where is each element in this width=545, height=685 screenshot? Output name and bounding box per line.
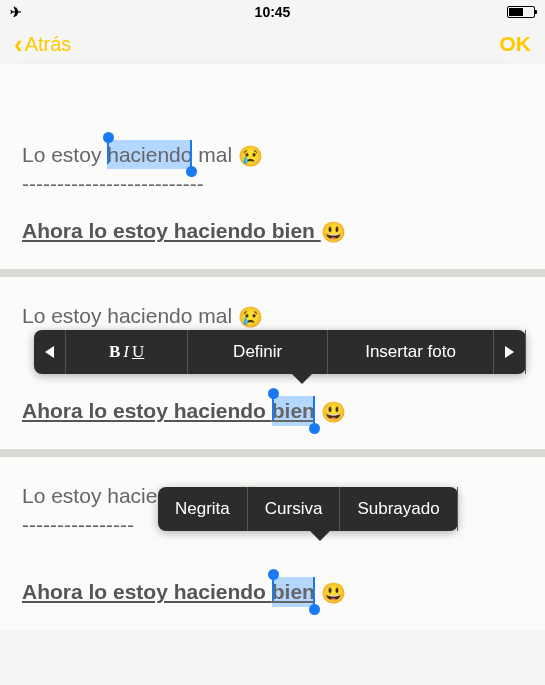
panel-1: Lo estoy haciendo mal 😢 ----------------… [0,64,545,269]
back-button[interactable]: ‹ Atrás [14,31,71,57]
panel-2: Lo estoy haciendo mal 😢 B I U Definir In… [0,277,545,449]
text-line-good[interactable]: Ahora lo estoy haciendo bien 😃 [22,396,523,426]
text-selection[interactable]: bien [272,577,315,606]
text-prefix: Lo estoy [22,143,107,166]
text-good-full: Ahora lo estoy haciendo bien [22,219,321,242]
biu-italic-icon: I [123,342,129,362]
context-menu-format: B I U Definir Insertar foto [34,330,526,374]
ok-button[interactable]: OK [500,32,532,56]
menu-prev-icon[interactable] [34,330,66,374]
back-label: Atrás [25,33,72,56]
battery-icon [507,6,535,18]
status-bar: ✈ 10:45 [0,0,545,24]
status-time: 10:45 [255,4,291,20]
text-bad-full: Lo estoy haciendo mal [22,304,238,327]
text-selection[interactable]: haciendo [107,140,192,169]
section-divider [0,269,545,277]
text-selection[interactable]: bien [272,396,315,425]
menu-next-icon[interactable] [494,330,526,374]
airplane-mode-icon: ✈ [10,4,22,20]
dashes-separator: -------------------------- [22,172,523,196]
crying-emoji-icon: 😢 [238,306,263,328]
selection-handle-end[interactable] [309,423,320,434]
status-left: ✈ [10,4,70,20]
text-good-prefix: Ahora lo estoy haciendo [22,580,272,603]
selection-handle-start[interactable] [268,388,279,399]
text-suffix: mal [192,143,238,166]
biu-bold-icon: B [109,342,120,362]
menu-insert-photo[interactable]: Insertar foto [328,330,494,374]
biu-underline-icon: U [132,342,144,362]
menu-define[interactable]: Definir [188,330,328,374]
menu-bold[interactable]: Negrita [158,487,248,531]
selection-handle-end[interactable] [309,604,320,615]
smile-emoji-icon: 😃 [321,583,346,605]
nav-bar: ‹ Atrás OK [0,24,545,64]
menu-biu[interactable]: B I U [66,330,188,374]
crying-emoji-icon: 😢 [238,145,263,167]
chevron-left-icon: ‹ [14,31,23,57]
text-good-prefix: Ahora lo estoy haciendo [22,399,272,422]
menu-underline[interactable]: Subrayado [340,487,457,531]
panel-3: Lo estoy haciendo mal 😢 ----------------… [0,457,545,630]
smile-emoji-icon: 😃 [321,402,346,424]
section-divider [0,449,545,457]
status-right [475,6,535,18]
context-menu-biu-expanded: Negrita Cursiva Subrayado [158,487,458,531]
text-line-good[interactable]: Ahora lo estoy haciendo bien 😃 [22,216,523,246]
text-line-bad[interactable]: Lo estoy haciendo mal 😢 [22,140,523,170]
menu-italic[interactable]: Cursiva [248,487,341,531]
smile-emoji-icon: 😃 [321,222,346,244]
text-line-bad[interactable]: Lo estoy haciendo mal 😢 [22,301,523,331]
selection-handle-start[interactable] [103,132,114,143]
selection-handle-start[interactable] [268,569,279,580]
text-line-good[interactable]: Ahora lo estoy haciendo bien 😃 [22,577,523,607]
